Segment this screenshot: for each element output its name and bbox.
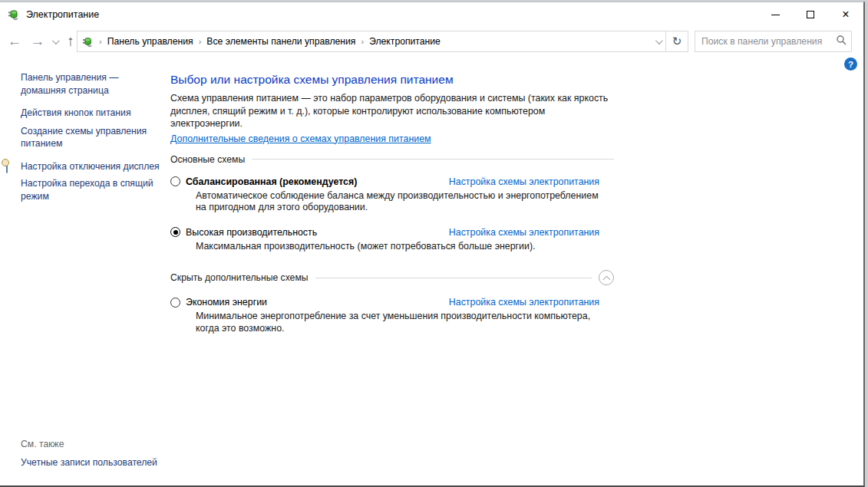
display-clock-icon (6, 160, 21, 174)
breadcrumb-all-items[interactable]: Все элементы панели управления (206, 36, 355, 47)
plan-row-high-performance: Высокая производительность Настройка схе… (170, 227, 599, 238)
breadcrumb-separator-icon: › (99, 37, 102, 46)
sidebar-item-control-panel-home[interactable]: Панель управления — домашняя страница (6, 71, 164, 97)
moon-icon (6, 177, 21, 178)
address-bar[interactable]: › Панель управления › Все элементы панел… (77, 31, 666, 52)
breadcrumb-separator-icon: › (361, 37, 364, 46)
hide-additional-schemes-label: Скрыть дополнительные схемы (170, 272, 309, 283)
close-button[interactable]: × (828, 2, 863, 27)
plan-desc-high-performance: Максимальная производительность (может п… (196, 241, 606, 253)
divider (252, 159, 614, 160)
power-plug-icon (8, 8, 20, 21)
sidebar-item-label: Настройка перехода в спящий режим (21, 177, 164, 202)
sidebar-item-create-power-plan[interactable]: Создание схемы управления питанием (6, 125, 164, 150)
plan-settings-link-high-performance[interactable]: Настройка схемы электропитания (449, 227, 599, 238)
minimize-icon (771, 15, 780, 15)
close-icon: × (842, 8, 849, 21)
titlebar: Электропитание × (0, 2, 863, 27)
sidebar-item-sleep-settings[interactable]: Настройка перехода в спящий режим (6, 177, 164, 202)
intro-text: Схема управления питанием — это набор па… (170, 92, 614, 130)
page-title: Выбор или настройка схемы управления пит… (170, 70, 614, 87)
help-button[interactable]: ? (844, 58, 857, 71)
sidebar-item-label: Панель управления — домашняя страница (21, 71, 164, 97)
radio-high-performance[interactable] (170, 227, 180, 237)
see-also-section: См. также Учетные записи пользователей (6, 438, 164, 469)
back-button[interactable]: ← (3, 27, 26, 56)
plan-row-power-saver: Экономия энергии Настройка схемы электро… (170, 297, 599, 308)
basic-schemes-header: Основные схемы (170, 154, 614, 165)
search-box[interactable] (695, 31, 852, 52)
plan-name-power-saver[interactable]: Экономия энергии (186, 297, 267, 308)
maximize-button[interactable] (793, 2, 828, 27)
breadcrumb-separator-icon: › (199, 37, 202, 46)
sidebar-item-label: Настройка отключения дисплея (21, 160, 160, 173)
search-icon[interactable] (836, 35, 847, 48)
address-power-plug-icon (82, 36, 94, 48)
navigation-bar: ← → ↑ › Панель управления › Все элементы… (0, 27, 863, 56)
sidebar-item-label: Создание схемы управления питанием (21, 125, 164, 150)
chevron-down-icon (51, 37, 59, 44)
plan-desc-balanced: Автоматическое соблюдение баланса между … (196, 190, 606, 214)
plan-settings-link-balanced[interactable]: Настройка схемы электропитания (449, 176, 599, 187)
collapse-chevron-up-button[interactable] (599, 270, 614, 285)
plan-desc-power-saver: Минимальное энергопотребление за счет ум… (196, 311, 606, 334)
sidebar-item-label: Учетные записи пользователей (21, 456, 157, 469)
breadcrumb-control-panel[interactable]: Панель управления (107, 36, 193, 47)
plan-name-balanced[interactable]: Сбалансированная (рекомендуется) (186, 176, 357, 187)
sidebar-item-power-button-actions[interactable]: Действия кнопок питания (6, 107, 164, 120)
sidebar-item-user-accounts[interactable]: Учетные записи пользователей (6, 456, 164, 469)
radio-power-saver[interactable] (170, 298, 180, 308)
plan-name-high-performance[interactable]: Высокая производительность (186, 227, 317, 238)
search-input[interactable] (701, 36, 836, 47)
plan-row-balanced: Сбалансированная (рекомендуется) Настрой… (170, 176, 599, 187)
window-title: Электропитание (26, 9, 99, 20)
recent-pages-dropdown[interactable] (48, 27, 61, 56)
forward-button[interactable]: → (26, 27, 49, 56)
sidebar-item-display-off-settings[interactable]: Настройка отключения дисплея (6, 160, 164, 174)
minimize-button[interactable] (757, 2, 793, 27)
refresh-button[interactable]: ↻ (666, 31, 688, 52)
radio-balanced[interactable] (170, 176, 180, 186)
address-dropdown-icon[interactable] (655, 37, 663, 44)
hide-additional-schemes-header: Скрыть дополнительные схемы (170, 270, 614, 285)
maximize-icon (807, 11, 814, 18)
basic-schemes-label: Основные схемы (170, 154, 245, 165)
sidebar: Панель управления — домашняя страница Де… (6, 71, 164, 202)
divider (315, 278, 592, 278)
see-also-header: См. также (6, 438, 164, 451)
power-plans-info-link[interactable]: Дополнительные сведения о схемах управле… (170, 133, 431, 144)
main-content: Выбор или настройка схемы управления пит… (170, 70, 614, 334)
plan-settings-link-power-saver[interactable]: Настройка схемы электропитания (449, 297, 599, 308)
sidebar-item-label: Действия кнопок питания (21, 107, 131, 120)
power-options-window: Электропитание × ← → ↑ › Панель управл (0, 2, 865, 487)
breadcrumb-power-options[interactable]: Электропитание (369, 36, 441, 47)
